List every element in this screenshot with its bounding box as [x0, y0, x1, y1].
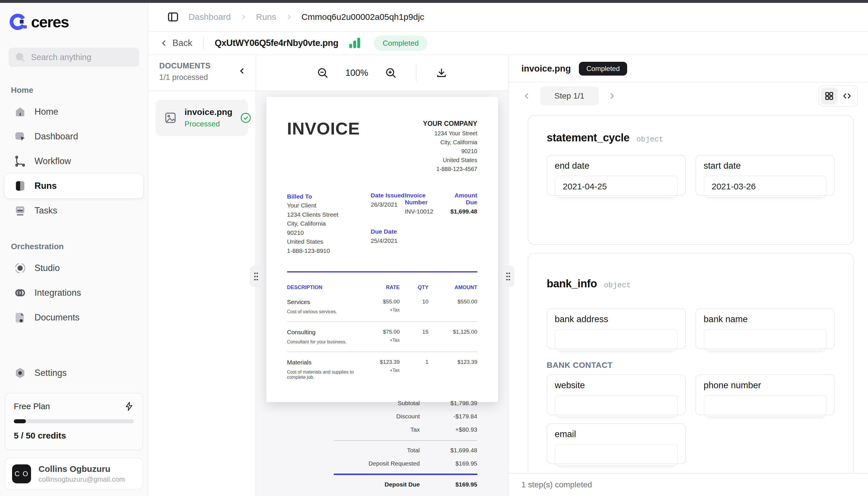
dashboard-icon [14, 130, 27, 143]
user-email: collinsogbuzuru@gmail.com [38, 475, 125, 483]
home-icon [14, 106, 27, 118]
sidebar-item-studio[interactable]: Studio [4, 256, 143, 280]
sidebar-item-label: Documents [34, 312, 80, 323]
sidebar-section-home: Home [11, 86, 148, 95]
document-list-item[interactable]: invoice.png Processed [156, 100, 248, 136]
search-input[interactable]: Search anything [9, 48, 139, 67]
invoice-company-block: YOUR COMPANY 1234 Your Street City, Cali… [423, 119, 477, 174]
section-type: object [604, 281, 631, 290]
invoice-totals: Subtotal$1,798.39 Discount-$179.84 Tax+$… [287, 397, 477, 491]
steps-completed-text: 1 step(s) completed [521, 480, 592, 490]
sidebar: ceres Search anything Home Home [0, 3, 148, 496]
divider [416, 65, 417, 81]
sidebar-item-dashboard[interactable]: Dashboard [4, 124, 143, 149]
sidebar-item-home[interactable]: Home [4, 99, 143, 124]
panel-resize-handle[interactable] [250, 266, 262, 287]
phone-number-input[interactable] [703, 395, 827, 417]
avatar: C O [12, 464, 31, 483]
download-icon[interactable] [435, 67, 448, 79]
zoom-level: 100% [345, 68, 368, 78]
sidebar-item-runs[interactable]: Runs [4, 174, 143, 198]
prev-step-icon[interactable] [523, 92, 531, 100]
plan-card: Free Plan 5 / 50 credits [4, 393, 143, 450]
tasks-icon [14, 204, 27, 217]
sidebar-spacer [0, 330, 148, 361]
sidebar-item-label: Studio [34, 263, 60, 273]
plan-name: Free Plan [14, 402, 50, 411]
bank-contact-group-label: BANK CONTACT [547, 361, 835, 370]
field-email: email [547, 423, 686, 464]
invoice-billed-to-block: Billed To Your Client 1234 Clients Stree… [287, 192, 371, 255]
line-item-row: ConsultingConsultant for your business. … [287, 322, 477, 352]
brand-logo[interactable]: ceres [9, 13, 148, 31]
breadcrumb-dashboard[interactable]: Dashboard [188, 12, 231, 22]
viewer-stage: INVOICE YOUR COMPANY 1234 Your Street Ci… [256, 91, 508, 496]
sidebar-item-tasks[interactable]: Tasks [4, 198, 143, 223]
run-status-badge: Completed [374, 36, 428, 51]
divider [203, 37, 204, 49]
documents-icon [14, 311, 27, 324]
workflow-icon [14, 155, 27, 168]
sidebar-item-workflow[interactable]: Workflow [4, 149, 143, 174]
breadcrumb-run-id: Cmmoq6u2u00002a05qh1p9djc [301, 12, 424, 22]
section-bank-info: bank_info object bank address bank name [528, 253, 854, 473]
field-website: website [547, 374, 686, 415]
invoice-meta-block: Date Issued26/3/2021 Invoice NumberINV-1… [371, 192, 477, 255]
sidebar-item-settings[interactable]: Settings [4, 361, 143, 385]
start-date-input[interactable]: 2021-03-26 [703, 175, 827, 198]
documents-processed-count: 1/1 processed [159, 73, 247, 82]
sidebar-item-integrations[interactable]: Integrations [4, 280, 143, 305]
integrations-icon [14, 286, 27, 299]
line-item-row: ServicesCost of various services. $55.00… [287, 292, 477, 322]
extraction-results[interactable]: statement_cycle object end date 2021-04-… [509, 109, 868, 473]
invoice-document[interactable]: INVOICE YOUR COMPANY 1234 Your Street Ci… [266, 97, 498, 402]
bank-address-input[interactable] [555, 329, 678, 351]
document-name: invoice.png [185, 107, 233, 117]
step-indicator[interactable]: Step 1/1 [540, 87, 599, 105]
user-card[interactable]: C O Collins Ogbuzuru collinsogbuzuru@gma… [4, 458, 143, 490]
bank-name-input[interactable] [703, 329, 827, 351]
user-name: Collins Ogbuzuru [38, 464, 125, 474]
sidebar-item-label: Workflow [34, 156, 71, 166]
field-start-date: start date 2021-03-26 [696, 155, 835, 196]
sidebar-toggle-icon[interactable] [167, 11, 179, 23]
sidebar-item-documents[interactable]: Documents [4, 305, 143, 330]
email-input[interactable] [555, 444, 678, 466]
search-placeholder: Search anything [31, 52, 91, 62]
settings-icon [14, 367, 27, 379]
studio-icon [14, 262, 27, 275]
zoom-in-icon[interactable] [385, 67, 397, 79]
results-filename: invoice.png [521, 63, 571, 74]
viewer-toolbar: 100% [256, 55, 508, 91]
sidebar-item-label: Settings [34, 368, 67, 378]
sidebar-nav: Home Dashboard Workflow Runs [0, 99, 148, 223]
sidebar-item-label: Home [34, 107, 58, 117]
back-button[interactable]: Back [160, 38, 192, 48]
results-panel: invoice.png Completed Step 1/1 [508, 55, 868, 496]
brand-name: ceres [31, 13, 69, 31]
website-input[interactable] [555, 395, 678, 417]
run-filename: QxUtWY06Q5fe4rNby0vte.png [215, 38, 338, 48]
panel-resize-handle[interactable] [502, 266, 514, 287]
document-viewer: 100% INVOICE YOUR CO [256, 55, 508, 496]
document-status: Processed [185, 120, 233, 128]
line-item-row: MaterialsCost of materials and supplies … [287, 352, 477, 387]
check-circle-icon [240, 112, 251, 124]
breadcrumb-runs[interactable]: Runs [256, 12, 276, 22]
divider [287, 271, 477, 273]
credits-count: 5 / 50 credits [14, 431, 134, 440]
zoom-out-icon[interactable] [317, 67, 329, 79]
back-label: Back [172, 38, 192, 48]
upgrade-bolt-icon[interactable] [124, 401, 134, 411]
section-name: statement_cycle [547, 131, 630, 144]
credits-progress-fill [14, 419, 26, 423]
image-file-icon [164, 111, 177, 124]
bar-chart-icon [348, 37, 362, 49]
next-step-icon[interactable] [608, 92, 616, 100]
code-view-icon[interactable] [839, 88, 855, 104]
section-statement-cycle: statement_cycle object end date 2021-04-… [528, 115, 854, 245]
collapse-panel-icon[interactable] [237, 66, 247, 76]
ceres-logo-icon [9, 13, 28, 31]
end-date-input[interactable]: 2021-04-25 [555, 175, 678, 198]
grid-view-icon[interactable] [821, 88, 838, 104]
